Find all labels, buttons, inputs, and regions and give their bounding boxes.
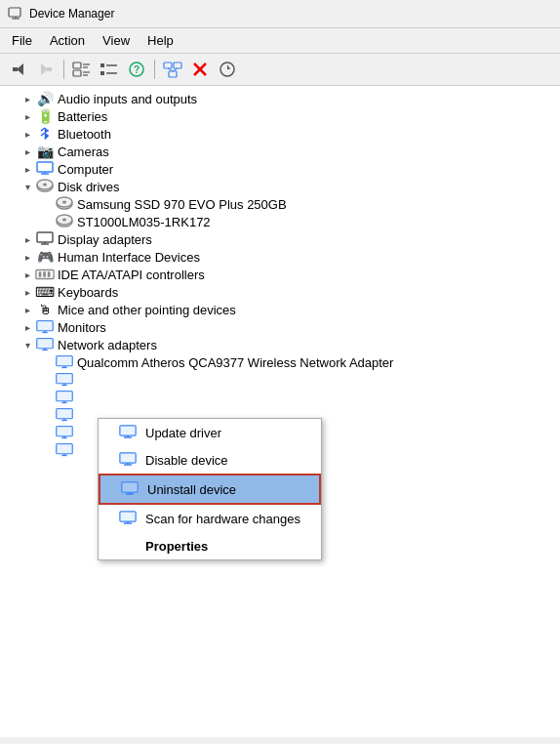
- label-diskdrives: Disk drives: [58, 180, 120, 194]
- menu-help[interactable]: Help: [140, 30, 181, 51]
- menu-file[interactable]: File: [4, 30, 40, 51]
- svg-rect-28: [37, 162, 53, 172]
- app-icon: [8, 6, 23, 21]
- tree-item-keyboards[interactable]: ⌨ Keyboards: [0, 283, 560, 301]
- svg-rect-15: [100, 71, 104, 75]
- icon-qualcomm: [55, 354, 74, 370]
- icon-hid: 🎮: [35, 249, 55, 265]
- tree-item-network[interactable]: Network adapters: [0, 336, 560, 353]
- chevron-cameras: [20, 144, 35, 159]
- tree-item-batteries[interactable]: 🔋 Batteries: [0, 107, 560, 125]
- context-menu-properties[interactable]: Properties: [99, 532, 321, 559]
- label-update-driver: Update driver: [145, 426, 221, 440]
- app-title: Device Manager: [29, 7, 114, 21]
- tree-item-st1000[interactable]: ST1000LM035-1RK172: [0, 213, 560, 230]
- chevron-batteries: [20, 108, 35, 124]
- back-button[interactable]: [6, 57, 31, 82]
- svg-rect-19: [164, 62, 172, 68]
- tree-item-bluetooth[interactable]: Bluetooth: [0, 125, 560, 143]
- svg-rect-56: [57, 356, 72, 366]
- help-button[interactable]: ?: [124, 57, 149, 82]
- label-st1000: ST1000LM035-1RK172: [77, 215, 211, 229]
- context-menu: Update driver Disable device Uninstall d…: [98, 418, 322, 560]
- tree-item-computer[interactable]: Computer: [0, 160, 560, 178]
- icon-na2: [55, 390, 74, 405]
- tree-item-hid[interactable]: 🎮 Human Interface Devices: [0, 248, 560, 266]
- delete-button[interactable]: [187, 57, 213, 82]
- svg-rect-46: [48, 271, 51, 276]
- svg-point-33: [43, 184, 47, 186]
- forward-button[interactable]: [33, 57, 59, 82]
- label-network: Network adapters: [58, 338, 157, 352]
- chevron-samsung: [39, 196, 55, 212]
- tree-item-na1[interactable]: [0, 371, 560, 389]
- chevron-st1000: [39, 214, 55, 229]
- icon-mice: 🖱: [35, 302, 55, 317]
- svg-rect-45: [43, 271, 46, 276]
- title-bar: Device Manager: [0, 0, 560, 28]
- network-button[interactable]: [160, 57, 185, 82]
- toolbar-sep-1: [63, 60, 64, 79]
- label-disable-device: Disable device: [145, 453, 228, 468]
- svg-rect-72: [57, 427, 72, 436]
- icon-properties: [118, 538, 138, 554]
- label-scan-hardware: Scan for hardware changes: [145, 512, 300, 526]
- svg-rect-20: [174, 62, 181, 68]
- label-ide: IDE ATA/ATAPI controllers: [58, 268, 205, 282]
- context-menu-disable-device[interactable]: Disable device: [99, 446, 321, 474]
- main-content: 🔊 Audio inputs and outputs 🔋 Batteries B…: [0, 86, 560, 737]
- tree-item-audio[interactable]: 🔊 Audio inputs and outputs: [0, 90, 560, 107]
- menu-view[interactable]: View: [95, 30, 138, 51]
- svg-point-36: [62, 201, 66, 204]
- chevron-ide: [20, 267, 35, 282]
- svg-rect-0: [9, 8, 20, 17]
- icon-network: [35, 337, 55, 352]
- tree-item-monitors[interactable]: Monitors: [0, 318, 560, 336]
- svg-rect-44: [39, 271, 42, 276]
- icon-na5: [55, 442, 74, 458]
- icon-display: [35, 231, 55, 247]
- scan-button[interactable]: [215, 57, 240, 82]
- label-cameras: Cameras: [58, 145, 109, 159]
- label-uninstall-device: Uninstall device: [147, 482, 236, 497]
- svg-rect-80: [120, 426, 136, 435]
- chevron-bluetooth: [20, 126, 35, 142]
- menu-bar: File Action View Help: [0, 28, 560, 54]
- context-menu-uninstall-device[interactable]: Uninstall device: [99, 474, 321, 505]
- icon-st1000: [55, 214, 74, 229]
- icon-uninstall-device: [120, 481, 140, 497]
- icon-keyboards: ⌨: [35, 284, 55, 300]
- label-audio: Audio inputs and outputs: [58, 92, 197, 106]
- tree-item-cameras[interactable]: 📷 Cameras: [0, 143, 560, 160]
- tree-item-mice[interactable]: 🖱 Mice and other pointing devices: [0, 301, 560, 318]
- svg-rect-64: [57, 392, 72, 401]
- chevron-monitors: [20, 319, 35, 335]
- context-menu-update-driver[interactable]: Update driver: [99, 419, 321, 446]
- tree-item-qualcomm[interactable]: Qualcomm Atheros QCA9377 Wireless Networ…: [0, 353, 560, 371]
- svg-rect-76: [57, 444, 72, 454]
- tree-item-display[interactable]: Display adapters: [0, 230, 560, 248]
- icon-na1: [55, 372, 74, 388]
- svg-marker-3: [17, 63, 23, 75]
- label-display: Display adapters: [58, 232, 152, 247]
- tree-item-diskdrives[interactable]: Disk drives: [0, 178, 560, 195]
- icon-disable-device: [118, 452, 138, 468]
- svg-rect-13: [100, 63, 104, 67]
- tree-item-samsung[interactable]: Samsung SSD 970 EVO Plus 250GB: [0, 195, 560, 213]
- details-button[interactable]: [69, 57, 95, 82]
- menu-action[interactable]: Action: [42, 30, 93, 51]
- icon-computer: [35, 161, 55, 177]
- chevron-computer: [20, 161, 35, 177]
- chevron-qualcomm: [39, 354, 55, 370]
- icon-na4: [55, 425, 74, 440]
- icon-batteries: 🔋: [35, 108, 55, 124]
- context-menu-scan-hardware[interactable]: Scan for hardware changes: [99, 505, 321, 532]
- chevron-display: [20, 231, 35, 247]
- svg-rect-68: [57, 409, 72, 419]
- svg-rect-60: [57, 374, 72, 384]
- tree-item-ide[interactable]: IDE ATA/ATAPI controllers: [0, 266, 560, 283]
- tree-item-na2[interactable]: [0, 389, 560, 406]
- svg-text:?: ?: [134, 64, 140, 75]
- chevron-keyboards: [20, 284, 35, 300]
- list-button[interactable]: [97, 57, 122, 82]
